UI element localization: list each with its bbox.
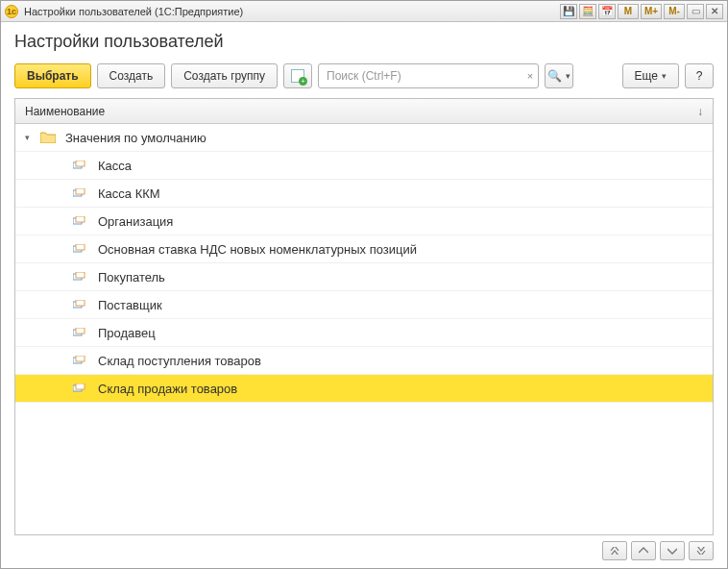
search-menu-button[interactable]: 🔍▾ — [545, 63, 573, 88]
svg-rect-3 — [76, 188, 85, 194]
window: 1c Настройки пользователей (1С:Предприят… — [0, 0, 728, 569]
footer-nav — [14, 535, 714, 560]
tree-item-row[interactable]: Организация — [15, 208, 713, 235]
tool-m[interactable]: M — [618, 4, 639, 19]
tree-item-row[interactable]: Поставщик — [15, 291, 713, 319]
list-header[interactable]: Наименование ↓ — [15, 99, 713, 124]
item-icon — [73, 383, 86, 393]
tree-item-row[interactable]: Продавец — [15, 319, 713, 347]
create-group-button[interactable]: Создать группу — [171, 63, 278, 88]
item-icon — [73, 161, 86, 170]
item-label: Склад продажи товаров — [98, 382, 237, 396]
tree-item-row[interactable]: Покупатель — [15, 263, 713, 291]
collapse-toggle-icon[interactable]: ▾ — [25, 133, 35, 142]
folder-icon — [40, 132, 56, 143]
chevron-down-icon: ▾ — [566, 71, 570, 81]
svg-rect-1 — [76, 161, 85, 166]
chevron-down-icon: ▾ — [662, 71, 667, 81]
tool-m-plus[interactable]: M+ — [641, 4, 662, 19]
clear-search-icon[interactable]: × — [527, 70, 533, 82]
more-label: Еще — [635, 69, 658, 83]
create-doc-button[interactable] — [283, 63, 312, 88]
page-title: Настройки пользователей — [14, 32, 714, 52]
doc-plus-icon — [291, 69, 304, 83]
nav-first-icon[interactable] — [602, 541, 627, 560]
item-label: Касса ККМ — [98, 186, 160, 201]
item-label: Касса — [98, 159, 132, 173]
item-label: Склад поступления товаров — [98, 354, 261, 368]
nav-up-icon[interactable] — [631, 541, 656, 560]
create-button[interactable]: Создать — [97, 63, 166, 88]
svg-rect-7 — [76, 244, 85, 250]
item-label: Поставщик — [98, 298, 162, 312]
tree-item-row[interactable]: Касса — [15, 152, 713, 180]
item-label: Основная ставка НДС новых номенклатурных… — [98, 242, 417, 257]
svg-rect-17 — [76, 383, 85, 389]
tree-item-row[interactable]: Касса ККМ — [15, 180, 713, 208]
svg-rect-5 — [76, 216, 85, 222]
toolbar: Выбрать Создать Создать группу × 🔍▾ Еще▾… — [14, 63, 714, 88]
item-icon — [73, 188, 86, 198]
select-button[interactable]: Выбрать — [14, 63, 91, 88]
group-label: Значения по умолчанию — [65, 131, 206, 145]
svg-rect-15 — [76, 356, 85, 361]
nav-down-icon[interactable] — [660, 541, 685, 560]
search-input[interactable] — [318, 63, 539, 88]
tool-calc-icon[interactable]: 🧮 — [579, 4, 596, 19]
tree-item-row[interactable]: Склад продажи товаров — [15, 375, 713, 403]
content: Настройки пользователей Выбрать Создать … — [1, 22, 727, 568]
svg-rect-11 — [76, 300, 85, 306]
sort-icon: ↓ — [697, 105, 703, 118]
tree: ▾ Значения по умолчанию КассаКасса ККМОр… — [15, 124, 713, 534]
nav-last-icon[interactable] — [689, 541, 714, 560]
svg-rect-13 — [76, 328, 85, 334]
item-label: Покупатель — [98, 270, 165, 284]
item-icon — [73, 356, 86, 365]
item-icon — [73, 244, 86, 254]
help-button[interactable]: ? — [685, 63, 714, 88]
tool-calendar-icon[interactable]: 📅 — [598, 4, 616, 19]
tree-item-row[interactable]: Основная ставка НДС новых номенклатурных… — [15, 235, 713, 263]
svg-rect-9 — [76, 272, 85, 278]
window-title: Настройки пользователей (1С:Предприятие) — [24, 6, 560, 17]
tool-save-icon[interactable]: 💾 — [560, 4, 577, 19]
tree-group-row[interactable]: ▾ Значения по умолчанию — [15, 124, 713, 152]
more-button[interactable]: Еще▾ — [622, 63, 679, 88]
list-container: Наименование ↓ ▾ Значения по умолчанию К… — [14, 98, 714, 535]
column-header: Наименование — [25, 105, 697, 118]
titlebar: 1c Настройки пользователей (1С:Предприят… — [1, 1, 727, 22]
item-icon — [73, 216, 86, 226]
item-icon — [73, 272, 86, 282]
item-label: Организация — [98, 214, 173, 229]
search-box: × — [318, 63, 539, 88]
window-close-icon[interactable]: ✕ — [706, 4, 723, 19]
tool-m-minus[interactable]: M- — [664, 4, 685, 19]
item-icon — [73, 328, 86, 337]
window-minimize-icon[interactable]: ▭ — [687, 4, 704, 19]
tree-item-row[interactable]: Склад поступления товаров — [15, 347, 713, 375]
search-icon: 🔍 — [547, 69, 562, 83]
item-label: Продавец — [98, 326, 156, 340]
app-icon: 1c — [5, 5, 18, 18]
item-icon — [73, 300, 86, 309]
titlebar-tools: 💾 🧮 📅 M M+ M- ▭ ✕ — [560, 4, 723, 19]
